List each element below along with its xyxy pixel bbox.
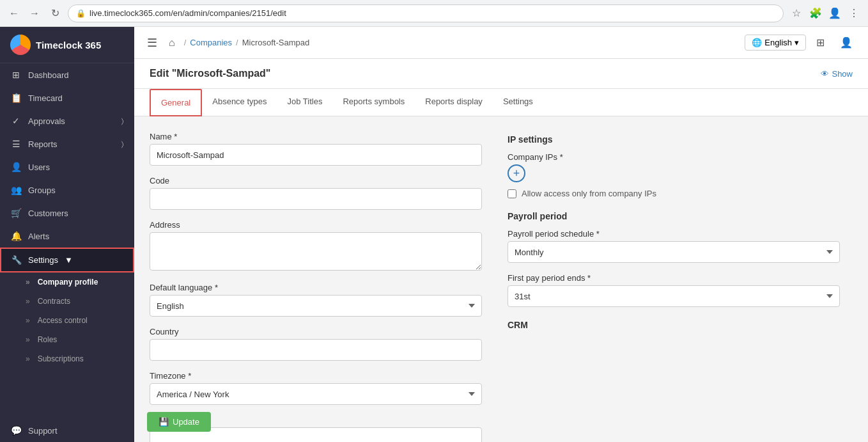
sidebar-item-label: Timecard — [28, 93, 63, 103]
hamburger-menu-button[interactable]: ☰ — [144, 33, 160, 52]
breadcrumb: / Companies / Microsoft-Sampad — [184, 38, 310, 47]
sidebar-item-label: Reports — [28, 139, 58, 149]
name-input[interactable] — [150, 144, 482, 166]
tab-reports-display[interactable]: Reports display — [415, 89, 493, 116]
refresh-button[interactable]: ↻ — [47, 6, 63, 21]
form-left: Name * Code Address Default language * — [150, 132, 482, 442]
country-input[interactable] — [150, 339, 482, 361]
country-field-group: Country — [150, 327, 482, 361]
country-label: Country — [150, 327, 482, 336]
first-pay-select[interactable]: 1st 15th 28th 30th 31st — [508, 285, 840, 307]
tab-absence-types[interactable]: Absence types — [202, 89, 277, 116]
add-ip-button[interactable]: + — [508, 164, 525, 182]
first-pay-label: First pay period ends * — [508, 273, 840, 283]
sidebar-item-support[interactable]: 💬 Support — [0, 419, 134, 442]
code-input[interactable] — [150, 188, 482, 210]
save-icon: 💾 — [159, 417, 169, 427]
payroll-section-title: Payroll period — [508, 211, 840, 221]
crm-section: CRM — [508, 320, 840, 330]
url-bar[interactable]: 🔒 live.timeclock365.com/en/admin/compani… — [68, 4, 784, 22]
default-language-select[interactable]: English Spanish French German — [150, 295, 482, 317]
breadcrumb-current: Microsoft-Sampad — [242, 38, 309, 47]
star-button[interactable]: ☆ — [789, 6, 804, 21]
sidebar-item-settings[interactable]: 🔧 Settings ▼ — [0, 248, 134, 272]
page-header: Edit "Microsoft-Sampad" 👁 Show — [134, 59, 868, 89]
code-field-group: Code — [150, 176, 482, 210]
sidebar-sub-item-access-control[interactable]: Access control — [0, 311, 134, 330]
customers-icon: 🛒 — [10, 208, 22, 218]
back-button[interactable]: ← — [6, 6, 22, 21]
address-input[interactable] — [150, 232, 482, 271]
users-icon: 👤 — [10, 162, 22, 172]
sidebar-sub-item-company-profile[interactable]: Company profile — [0, 272, 134, 292]
sidebar-logo: Timeclock 365 — [0, 27, 134, 63]
allow-access-label: Allow access only from company IPs — [522, 189, 656, 198]
sidebar-sub-item-label: Subscriptions — [38, 354, 84, 363]
reports-icon: ☰ — [10, 139, 22, 149]
breadcrumb-companies-link[interactable]: Companies — [190, 38, 232, 47]
show-button[interactable]: 👁 Show — [821, 69, 853, 79]
sidebar-sub-item-subscriptions[interactable]: Subscriptions — [0, 349, 134, 368]
language-selector[interactable]: 🌐 English ▾ — [745, 35, 806, 51]
crm-section-title: CRM — [508, 320, 840, 330]
allow-access-checkbox[interactable] — [508, 189, 516, 198]
default-language-label: Default language * — [150, 283, 482, 292]
sidebar-sub-item-contracts[interactable]: Contracts — [0, 292, 134, 311]
default-language-field-group: Default language * English Spanish Frenc… — [150, 283, 482, 317]
timezone-field-group: Timezone * America / New York America / … — [150, 371, 482, 405]
chevron-down-icon: ▼ — [65, 255, 73, 265]
sidebar-item-approvals[interactable]: ✓ Approvals 〉 — [0, 109, 134, 132]
user-profile-button[interactable]: 👤 — [835, 34, 858, 51]
alerts-icon: 🔔 — [10, 231, 22, 241]
timecard-icon: 📋 — [10, 93, 22, 103]
first-pay-group: First pay period ends * 1st 15th 28th 30… — [508, 273, 840, 307]
top-nav: ☰ ⌂ / Companies / Microsoft-Sampad 🌐 Eng… — [134, 27, 868, 59]
tab-general[interactable]: General — [150, 89, 202, 116]
sidebar-item-dashboard[interactable]: ⊞ Dashboard — [0, 63, 134, 86]
sidebar-sub-item-label: Contracts — [38, 297, 70, 306]
sidebar-sub-item-label: Access control — [38, 316, 88, 325]
page-title: Edit "Microsoft-Sampad" — [150, 68, 270, 79]
grid-icon-button[interactable]: ⊞ — [811, 34, 830, 51]
sidebar-item-label: Dashboard — [28, 70, 69, 80]
sidebar-sub-item-label: Company profile — [38, 278, 98, 287]
tab-job-titles[interactable]: Job Titles — [277, 89, 333, 116]
sidebar-item-customers[interactable]: 🛒 Customers — [0, 201, 134, 225]
dashboard-icon: ⊞ — [10, 70, 22, 80]
payroll-section: Payroll period Payroll period schedule *… — [508, 211, 840, 307]
chevron-right-icon: 〉 — [121, 140, 124, 148]
update-button[interactable]: 💾 Update — [147, 412, 211, 432]
sidebar-item-label: Support — [28, 426, 58, 436]
sidebar-sub-item-label: Roles — [38, 335, 58, 344]
sidebar-item-alerts[interactable]: 🔔 Alerts — [0, 225, 134, 248]
show-btn-label: Show — [832, 69, 853, 79]
profile-button[interactable]: 👤 — [827, 6, 842, 21]
sidebar: Timeclock 365 ⊞ Dashboard 📋 Timecard ✓ A… — [0, 27, 134, 442]
home-button[interactable]: ⌂ — [166, 35, 178, 51]
chevron-right-icon: 〉 — [121, 117, 124, 125]
sidebar-item-label: Alerts — [28, 232, 49, 241]
sidebar-item-users[interactable]: 👤 Users — [0, 155, 134, 178]
tab-settings[interactable]: Settings — [493, 89, 543, 116]
payroll-schedule-group: Payroll period schedule * Monthly Bi-wee… — [508, 229, 840, 263]
support-icon: 💬 — [10, 425, 22, 436]
sidebar-item-groups[interactable]: 👥 Groups — [0, 178, 134, 201]
payroll-schedule-select[interactable]: Monthly Bi-weekly Weekly — [508, 241, 840, 263]
code-label: Code — [150, 176, 482, 185]
sidebar-item-timecard[interactable]: 📋 Timecard — [0, 86, 134, 109]
sidebar-item-label: Customers — [28, 209, 68, 218]
chevron-down-icon: ▾ — [794, 38, 799, 47]
extensions-button[interactable]: 🧩 — [808, 6, 823, 21]
sidebar-sub-item-roles[interactable]: Roles — [0, 330, 134, 349]
timezone-label: Timezone * — [150, 371, 482, 381]
timezone-select[interactable]: America / New York America / Los Angeles… — [150, 383, 482, 405]
form-area: Name * Code Address Default language * — [134, 116, 868, 442]
sidebar-item-label: Approvals — [28, 116, 65, 126]
menu-button[interactable]: ⋮ — [846, 6, 862, 21]
form-right: IP settings Company IPs * + Allow access… — [508, 132, 840, 442]
approvals-icon: ✓ — [10, 116, 22, 126]
address-label: Address — [150, 220, 482, 230]
tab-reports-symbols[interactable]: Reports symbols — [332, 89, 415, 116]
sidebar-item-reports[interactable]: ☰ Reports 〉 — [0, 132, 134, 155]
forward-button[interactable]: → — [27, 6, 42, 21]
